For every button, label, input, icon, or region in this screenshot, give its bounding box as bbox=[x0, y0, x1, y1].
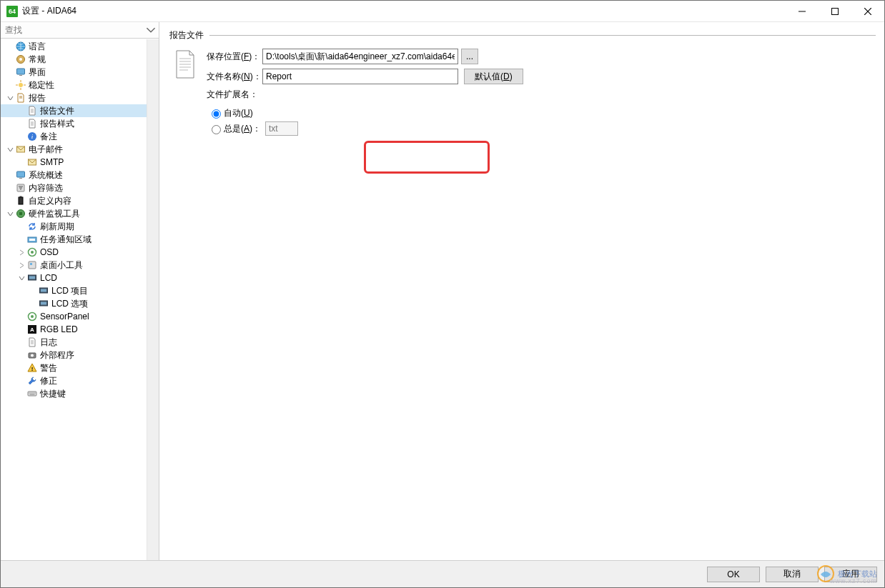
tree-item-language[interactable]: 语言 bbox=[1, 40, 159, 53]
svg-rect-4 bbox=[17, 69, 25, 74]
svg-rect-27 bbox=[20, 196, 22, 198]
browse-button[interactable]: ... bbox=[461, 49, 478, 64]
expander-icon bbox=[5, 196, 15, 206]
minimize-button[interactable] bbox=[786, 1, 819, 22]
tree-item-label: 硬件监视工具 bbox=[29, 208, 80, 220]
tree-item-label: 快捷键 bbox=[40, 388, 66, 400]
expander-icon bbox=[16, 376, 26, 386]
tree-item-external[interactable]: 外部程序 bbox=[1, 349, 159, 362]
expander-icon bbox=[16, 389, 26, 399]
search-row bbox=[1, 22, 159, 39]
expander-icon[interactable] bbox=[16, 260, 26, 270]
default-button[interactable]: 默认值(D) bbox=[464, 69, 523, 84]
expander-icon bbox=[5, 170, 15, 180]
cancel-button[interactable]: 取消 bbox=[766, 567, 819, 582]
expander-icon bbox=[16, 119, 26, 129]
tree-item-label: 稳定性 bbox=[29, 79, 54, 91]
tree-item-sysoverview[interactable]: 系统概述 bbox=[1, 169, 159, 181]
monitor-icon bbox=[15, 66, 26, 78]
tree-item-label: 系统概述 bbox=[29, 169, 63, 181]
tree-item-remark[interactable]: i备注 bbox=[1, 130, 159, 143]
search-input[interactable] bbox=[4, 24, 143, 36]
tree-scrollbar[interactable] bbox=[147, 39, 159, 560]
tree-item-label: 桌面小工具 bbox=[40, 259, 83, 271]
tree-item-log[interactable]: 日志 bbox=[1, 336, 159, 349]
target-icon bbox=[26, 246, 38, 258]
tree-item-lcd[interactable]: LCD bbox=[1, 271, 159, 284]
expander-icon[interactable] bbox=[16, 247, 26, 257]
tree-item-report-file[interactable]: 报告文件 bbox=[1, 104, 159, 117]
tree-item-email[interactable]: 电子邮件 bbox=[1, 143, 159, 156]
tree-item-label: LCD bbox=[40, 273, 57, 283]
tree-item-custom[interactable]: 自定义内容 bbox=[1, 194, 159, 207]
expander-icon[interactable] bbox=[5, 144, 15, 154]
expander-icon[interactable] bbox=[5, 93, 15, 103]
tree-item-hwmon[interactable]: 硬件监视工具 bbox=[1, 207, 159, 220]
ok-button[interactable]: OK bbox=[707, 567, 760, 582]
tree-item-lcd-items[interactable]: LCD 项目 bbox=[1, 284, 159, 297]
tree-item-refresh[interactable]: 刷新周期 bbox=[1, 220, 159, 233]
save-location-input[interactable] bbox=[262, 49, 458, 64]
apply-button[interactable]: 应用 bbox=[824, 567, 877, 582]
filename-input[interactable] bbox=[262, 69, 458, 84]
tree-item-sensorpanel[interactable]: SensorPanel bbox=[1, 310, 159, 323]
svg-rect-52 bbox=[28, 392, 36, 396]
expander-icon bbox=[16, 363, 26, 373]
svg-text:A: A bbox=[30, 327, 34, 333]
tree-item-alert[interactable]: !警告 bbox=[1, 362, 159, 374]
nav-tree[interactable]: 语言常规界面稳定性报告报告文件报告样式i备注电子邮件SMTP系统概述内容筛选自定… bbox=[1, 39, 159, 560]
section-title: 报告文件 bbox=[169, 29, 204, 41]
expander-icon bbox=[5, 41, 15, 51]
expander-icon bbox=[28, 299, 38, 309]
svg-point-6 bbox=[19, 83, 23, 87]
gear-icon bbox=[15, 54, 26, 65]
svg-rect-55 bbox=[32, 393, 33, 394]
extension-auto-radio[interactable] bbox=[212, 109, 221, 119]
extension-auto-label: 自动(U) bbox=[224, 107, 253, 119]
tree-item-label: 界面 bbox=[29, 66, 46, 79]
tree-item-fix[interactable]: 修正 bbox=[1, 374, 159, 387]
tree-item-label: 电子邮件 bbox=[29, 144, 63, 156]
tree-item-label: SMTP bbox=[40, 157, 64, 167]
filename-label: 文件名称(N)： bbox=[207, 71, 262, 83]
search-dropdown-icon[interactable] bbox=[146, 25, 156, 35]
report-page-icon bbox=[15, 92, 26, 104]
keyboard-icon bbox=[26, 388, 38, 399]
tree-item-stability[interactable]: 稳定性 bbox=[1, 79, 159, 91]
tree-item-label: 日志 bbox=[40, 337, 57, 349]
tray-icon bbox=[26, 234, 38, 245]
expander-icon[interactable] bbox=[5, 209, 15, 219]
svg-rect-31 bbox=[29, 239, 35, 241]
tree-item-filter[interactable]: 内容筛选 bbox=[1, 181, 159, 194]
svg-rect-26 bbox=[19, 197, 23, 204]
tree-item-lcd-options[interactable]: LCD 选项 bbox=[1, 297, 159, 310]
expander-icon bbox=[16, 350, 26, 360]
tree-item-report-style[interactable]: 报告样式 bbox=[1, 117, 159, 130]
extension-always-radio[interactable] bbox=[212, 125, 221, 134]
close-button[interactable] bbox=[851, 1, 884, 22]
tree-item-osd[interactable]: OSD bbox=[1, 246, 159, 259]
tree-item-ui[interactable]: 界面 bbox=[1, 66, 159, 79]
tree-item-tray[interactable]: 任务通知区域 bbox=[1, 233, 159, 246]
wrench-icon bbox=[26, 375, 38, 387]
expander-icon[interactable] bbox=[16, 273, 26, 283]
tree-item-hotkey[interactable]: 快捷键 bbox=[1, 387, 159, 400]
svg-rect-24 bbox=[19, 178, 22, 179]
tree-item-general[interactable]: 常规 bbox=[1, 53, 159, 66]
sun-icon bbox=[15, 79, 26, 91]
sidebar: 语言常规界面稳定性报告报告文件报告样式i备注电子邮件SMTP系统概述内容筛选自定… bbox=[1, 22, 159, 560]
tree-item-rgbled[interactable]: ARGB LED bbox=[1, 323, 159, 336]
tree-item-report[interactable]: 报告 bbox=[1, 91, 159, 104]
lcd-icon bbox=[38, 298, 49, 309]
footer: OK 取消 应用 bbox=[1, 560, 884, 587]
settings-window: 64 设置 - AIDA64 语言常规界面稳定性报告报告文件报告样式i备注电子邮… bbox=[0, 0, 885, 588]
report-page-icon bbox=[174, 50, 197, 79]
tree-item-label: 备注 bbox=[40, 131, 57, 143]
tree-item-gadget[interactable]: 桌面小工具 bbox=[1, 259, 159, 271]
tree-item-label: SensorPanel bbox=[40, 312, 89, 322]
tree-item-smtp[interactable]: SMTP bbox=[1, 156, 159, 169]
tree-item-label: 自定义内容 bbox=[29, 195, 71, 207]
section-divider bbox=[209, 35, 876, 36]
tree-item-label: 任务通知区域 bbox=[40, 234, 92, 246]
maximize-button[interactable] bbox=[819, 1, 851, 22]
